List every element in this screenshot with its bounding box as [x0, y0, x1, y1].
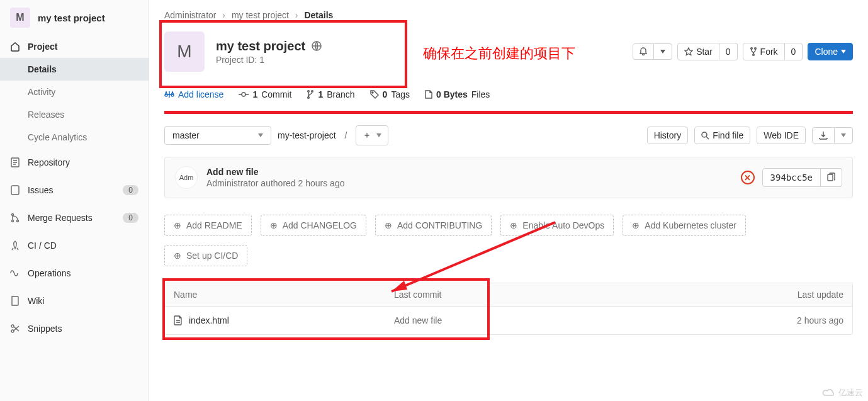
file-last-commit[interactable]: Add new file	[394, 315, 743, 325]
svg-rect-1	[11, 186, 19, 195]
sidebar-item-details[interactable]: Details	[0, 58, 149, 81]
find-file-button[interactable]: Find file	[694, 127, 750, 144]
issues-icon	[10, 185, 20, 195]
sidebar-item-releases[interactable]: Releases	[0, 103, 149, 126]
add-kubernetes-button[interactable]: ⊕Add Kubernetes cluster	[623, 215, 746, 236]
branches-stat[interactable]: 1 Branch	[307, 89, 354, 99]
breadcrumb: Administrator › my test project › Detail…	[164, 6, 853, 31]
web-ide-button[interactable]: Web IDE	[757, 127, 806, 144]
download-button[interactable]	[812, 127, 835, 144]
document-icon	[10, 157, 20, 167]
last-commit-box: Adm Add new file Administrator authored …	[164, 157, 853, 198]
sidebar-item-activity[interactable]: Activity	[0, 81, 149, 103]
svg-point-10	[752, 54, 754, 56]
path-root[interactable]: my-test-project	[278, 130, 336, 140]
commit-author-line: Administrator authored 2 hours ago	[206, 178, 344, 188]
commit-title[interactable]: Add new file	[206, 167, 344, 177]
commits-stat[interactable]: 1 Commit	[239, 89, 291, 99]
sidebar-item-label: Merge Requests	[28, 213, 93, 223]
annotation-divider	[164, 111, 853, 114]
breadcrumb-item[interactable]: my test project	[232, 10, 289, 20]
svg-point-4	[17, 220, 19, 222]
svg-point-13	[312, 91, 313, 93]
fork-button[interactable]: Fork	[743, 43, 785, 60]
table-header: Name Last commit Last update	[165, 283, 852, 307]
svg-point-16	[702, 132, 707, 137]
add-file-button[interactable]: ＋	[356, 125, 388, 145]
file-name[interactable]: index.html	[189, 315, 229, 325]
tags-stat[interactable]: 0 Tags	[370, 89, 410, 99]
col-last-update: Last update	[743, 290, 843, 300]
breadcrumb-item[interactable]: Administrator	[164, 10, 216, 20]
file-icon	[174, 315, 183, 325]
sidebar-item-snippets[interactable]: Snippets	[0, 315, 149, 342]
commit-author-avatar: Adm	[175, 166, 198, 189]
project-title: my test project	[216, 39, 305, 54]
plus-icon: ⊕	[174, 220, 181, 230]
project-avatar-small: M	[10, 8, 30, 28]
enable-auto-devops-button[interactable]: ⊕Enable Auto DevOps	[500, 215, 614, 236]
sidebar: M my test project Project Details Activi…	[0, 0, 149, 401]
col-name: Name	[174, 290, 394, 300]
star-button[interactable]: Star	[677, 43, 719, 60]
files-stat[interactable]: 0 Bytes Files	[425, 89, 490, 99]
plus-icon: ⊕	[270, 220, 278, 230]
sidebar-item-label: Wiki	[28, 296, 44, 306]
add-license-link[interactable]: Add license	[164, 89, 223, 99]
copy-sha-button[interactable]	[821, 168, 842, 187]
svg-point-9	[754, 48, 756, 50]
quick-actions-row: ⊕Add README ⊕Add CHANGELOG ⊕Add CONTRIBU…	[164, 215, 853, 236]
file-last-update: 2 hours ago	[743, 315, 843, 325]
mr-badge: 0	[123, 213, 138, 223]
commit-sha[interactable]: 394bcc5e	[762, 168, 821, 187]
chevron-right-icon: ›	[222, 10, 225, 20]
project-avatar: M	[164, 31, 205, 72]
scissors-icon	[10, 324, 20, 334]
svg-point-15	[372, 92, 373, 93]
home-icon	[10, 42, 20, 52]
notifications-dropdown[interactable]	[654, 43, 672, 60]
globe-icon	[312, 41, 322, 51]
project-stats: Add license 1 Commit 1 Branch 0 Tags 0 B…	[164, 89, 853, 99]
add-contributing-button[interactable]: ⊕Add CONTRIBUTING	[375, 215, 492, 236]
sidebar-item-repository[interactable]: Repository	[0, 149, 149, 176]
issues-badge: 0	[123, 185, 138, 195]
svg-point-14	[308, 97, 310, 99]
project-id: Project ID: 1	[216, 55, 322, 65]
breadcrumb-current: Details	[304, 10, 333, 20]
svg-point-8	[750, 48, 752, 50]
watermark: 亿速云	[822, 387, 863, 398]
sidebar-item-wiki[interactable]: Wiki	[0, 287, 149, 315]
svg-point-6	[11, 330, 14, 332]
add-changelog-button[interactable]: ⊕Add CHANGELOG	[261, 215, 366, 236]
download-dropdown[interactable]	[835, 127, 853, 144]
sidebar-item-label: CI / CD	[28, 240, 57, 251]
main-content: Administrator › my test project › Detail…	[149, 0, 868, 401]
table-row[interactable]: index.html Add new file 2 hours ago	[165, 307, 852, 334]
svg-rect-17	[828, 174, 833, 181]
svg-point-2	[12, 214, 14, 216]
sidebar-section-project[interactable]: Project	[0, 35, 149, 58]
add-readme-button[interactable]: ⊕Add README	[164, 215, 252, 236]
pipeline-status-failed-icon[interactable]: ✕	[741, 171, 755, 184]
sidebar-item-label: Snippets	[28, 324, 62, 334]
sidebar-item-ci-cd[interactable]: CI / CD	[0, 232, 149, 259]
svg-point-12	[308, 91, 310, 93]
sidebar-item-label: Operations	[28, 268, 70, 278]
sidebar-item-operations[interactable]: Operations	[0, 259, 149, 287]
plus-icon: ⊕	[632, 220, 640, 230]
sidebar-project-title: my test project	[38, 13, 105, 23]
clone-button[interactable]: Clone	[808, 43, 853, 60]
setup-cicd-button[interactable]: ⊕Set up CI/CD	[164, 245, 247, 266]
branch-selector[interactable]: master	[164, 126, 271, 145]
svg-point-3	[12, 220, 14, 222]
col-last-commit: Last commit	[394, 290, 743, 300]
sidebar-item-cycle-analytics[interactable]: Cycle Analytics	[0, 126, 149, 149]
history-button[interactable]: History	[647, 127, 689, 144]
operations-icon	[10, 268, 20, 278]
sidebar-item-merge-requests[interactable]: Merge Requests 0	[0, 204, 149, 232]
annotation-text: 确保在之前创建的项目下	[423, 44, 575, 63]
sidebar-item-issues[interactable]: Issues 0	[0, 176, 149, 204]
notifications-button[interactable]	[633, 43, 654, 60]
path-separator: /	[345, 130, 347, 140]
